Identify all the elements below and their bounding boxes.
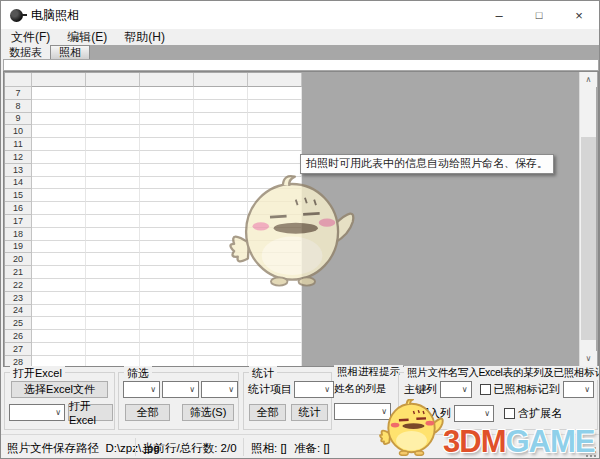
grid-cell[interactable]	[32, 215, 86, 228]
grid-cell[interactable]	[194, 87, 248, 100]
grid-cell[interactable]	[140, 266, 194, 279]
grid-cell[interactable]	[194, 100, 248, 113]
grid-cell[interactable]	[140, 215, 194, 228]
grid-cell[interactable]	[140, 253, 194, 266]
grid-cell[interactable]	[248, 100, 302, 113]
grid-cell[interactable]	[248, 305, 302, 318]
grid-column-header[interactable]	[194, 73, 248, 87]
grid-cell[interactable]	[140, 100, 194, 113]
grid-cell[interactable]	[194, 305, 248, 318]
row-number-cell[interactable]: 11	[5, 138, 32, 151]
row-number-cell[interactable]: 10	[5, 125, 32, 138]
grid-column-header[interactable]	[140, 73, 194, 87]
grid-cell[interactable]	[140, 164, 194, 177]
grid-cell[interactable]	[86, 151, 140, 164]
grid-cell[interactable]	[32, 330, 86, 343]
grid-cell[interactable]	[140, 279, 194, 292]
row-number-cell[interactable]: 16	[5, 202, 32, 215]
grid-cell[interactable]	[86, 138, 140, 151]
grid-cell[interactable]	[140, 317, 194, 330]
grid-cell[interactable]	[140, 189, 194, 202]
grid-cell[interactable]	[140, 125, 194, 138]
grid-cell[interactable]	[248, 330, 302, 343]
grid-cell[interactable]	[194, 292, 248, 305]
filter-combobox-2[interactable]: ∨	[162, 381, 199, 398]
grid-cell[interactable]	[86, 177, 140, 190]
grid-column-header[interactable]	[248, 73, 302, 87]
grid-cell[interactable]	[86, 228, 140, 241]
row-number-cell[interactable]: 24	[5, 305, 32, 318]
row-number-cell[interactable]: 8	[5, 100, 32, 113]
row-number-cell[interactable]: 15	[5, 189, 32, 202]
grid-cell[interactable]	[86, 305, 140, 318]
grid-cell[interactable]	[86, 266, 140, 279]
grid-cell[interactable]	[86, 164, 140, 177]
row-number-cell[interactable]: 22	[5, 279, 32, 292]
scroll-up-icon[interactable]: ∧	[580, 72, 597, 87]
tab-data-table[interactable]: 数据表	[1, 45, 50, 59]
tab-photo[interactable]: 照相	[50, 45, 90, 59]
row-number-cell[interactable]: 12	[5, 151, 32, 164]
filter-all-button[interactable]: 全部	[125, 404, 170, 421]
grid-cell[interactable]	[140, 113, 194, 126]
grid-cell[interactable]	[194, 113, 248, 126]
grid-cell[interactable]	[32, 189, 86, 202]
row-number-cell[interactable]: 20	[5, 253, 32, 266]
grid-cell[interactable]	[86, 100, 140, 113]
grid-cell[interactable]	[32, 87, 86, 100]
excel-file-combobox[interactable]: ∨	[9, 404, 65, 421]
resize-grip[interactable]	[594, 455, 596, 457]
stats-combobox[interactable]: ∨	[294, 381, 334, 398]
filter-combobox-1[interactable]: ∨	[123, 381, 160, 398]
grid-cell[interactable]	[194, 138, 248, 151]
grid-cell[interactable]	[32, 241, 86, 254]
grid-cell[interactable]	[32, 113, 86, 126]
select-excel-file-button[interactable]: 选择Excel文件	[11, 381, 108, 398]
grid-cell[interactable]	[194, 330, 248, 343]
grid-corner-cell[interactable]	[5, 73, 32, 87]
grid-cell[interactable]	[194, 151, 248, 164]
row-number-cell[interactable]: 14	[5, 177, 32, 190]
grid-cell[interactable]	[248, 113, 302, 126]
grid-cell[interactable]	[248, 317, 302, 330]
row-number-cell[interactable]: 25	[5, 317, 32, 330]
menu-help[interactable]: 帮助(H)	[117, 29, 172, 46]
grid-column-header[interactable]	[32, 73, 86, 87]
open-excel-button[interactable]: 打开Excel	[68, 404, 113, 421]
grid-cell[interactable]	[32, 253, 86, 266]
grid-cell[interactable]	[86, 87, 140, 100]
grid-cell[interactable]	[140, 151, 194, 164]
grid-cell[interactable]	[32, 292, 86, 305]
grid-cell[interactable]	[32, 228, 86, 241]
grid-cell[interactable]	[86, 330, 140, 343]
write-col-combobox[interactable]: ∨	[454, 405, 494, 422]
grid-cell[interactable]	[194, 125, 248, 138]
marked-combobox[interactable]: ∨	[563, 381, 595, 398]
grid-cell[interactable]	[86, 241, 140, 254]
grid-cell[interactable]	[248, 343, 302, 356]
grid-cell[interactable]	[248, 87, 302, 100]
grid-cell[interactable]	[140, 138, 194, 151]
menu-edit[interactable]: 编辑(E)	[60, 29, 114, 46]
minimize-button[interactable]: –	[479, 1, 519, 29]
row-number-cell[interactable]: 17	[5, 215, 32, 228]
primary-key-combobox[interactable]: ∨	[440, 381, 472, 398]
grid-cell[interactable]	[32, 279, 86, 292]
grid-cell[interactable]	[140, 305, 194, 318]
ext-checkbox[interactable]	[504, 408, 515, 419]
grid-cell[interactable]	[248, 138, 302, 151]
grid-cell[interactable]	[86, 292, 140, 305]
vertical-scrollbar[interactable]: ∧ ∨	[579, 72, 596, 366]
grid-cell[interactable]	[194, 356, 248, 367]
scrollbar-thumb[interactable]	[581, 137, 596, 340]
filter-button[interactable]: 筛选(S)	[182, 404, 234, 421]
row-number-cell[interactable]: 7	[5, 87, 32, 100]
row-number-cell[interactable]: 9	[5, 113, 32, 126]
grid-cell[interactable]	[194, 343, 248, 356]
row-number-cell[interactable]: 27	[5, 343, 32, 356]
grid-cell[interactable]	[86, 202, 140, 215]
row-number-cell[interactable]: 13	[5, 164, 32, 177]
grid-cell[interactable]	[140, 177, 194, 190]
grid-cell[interactable]	[86, 215, 140, 228]
grid-cell[interactable]	[86, 317, 140, 330]
